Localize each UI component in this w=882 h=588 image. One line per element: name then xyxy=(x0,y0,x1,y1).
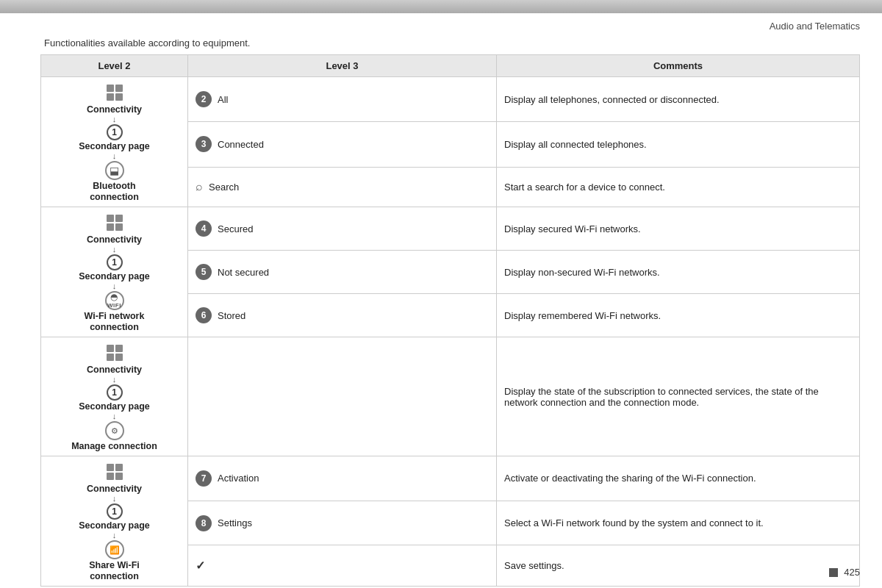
grid-cell xyxy=(115,223,123,231)
page: Audio and Telematics Functionalities ava… xyxy=(0,0,882,588)
connectivity-grid-icon4 xyxy=(104,461,126,483)
level3-settings: 8 Settings xyxy=(188,501,497,545)
comment-connected: Display all connected telephones. xyxy=(497,122,860,167)
secondary-page-label3: Secondary page xyxy=(79,401,150,412)
manage-connection-icon: ⚙ xyxy=(105,421,124,440)
grid-cell xyxy=(107,345,114,352)
grid-cell xyxy=(107,473,114,480)
grid-cell xyxy=(115,473,123,480)
badge-8: 8 xyxy=(196,515,212,531)
level2-content-wifi: Connectivity ↓ 1 Secondary page ↓ ◓ WIFI… xyxy=(49,212,180,332)
level3-row: 2 All xyxy=(196,91,489,107)
level-badge-1b: 1 xyxy=(107,254,123,270)
wifi-icon: ◓ WIFI xyxy=(105,291,124,310)
share-connection-label: connection xyxy=(90,571,139,581)
level-badge-1: 1 xyxy=(107,124,123,140)
level-badge-1d: 1 xyxy=(107,503,123,520)
manage-connection-label: Manage connection xyxy=(71,441,157,451)
level3-manage-empty xyxy=(188,337,497,456)
badge-3: 3 xyxy=(196,136,212,152)
level2-content-share: Connectivity ↓ 1 Secondary page ↓ 📶 Shar… xyxy=(49,461,180,581)
grid-cell xyxy=(107,464,114,471)
badge-5: 5 xyxy=(196,264,212,280)
grid-icon4 xyxy=(107,464,123,480)
page-footer: 425 xyxy=(829,567,860,578)
share-wifi-icon: 📶 xyxy=(105,540,124,559)
arrow-down: ↓ xyxy=(112,282,117,290)
bluetooth-connection-label2: connection xyxy=(90,192,139,202)
connectivity-grid-icon xyxy=(104,82,126,104)
level3-secured: 4 Secured xyxy=(188,207,497,251)
connectivity-label4: Connectivity xyxy=(87,484,142,494)
level3-all-text: All xyxy=(218,94,228,105)
grid-cell xyxy=(115,345,123,352)
connectivity-grid-icon2 xyxy=(104,212,126,234)
level3-connected: 3 Connected xyxy=(188,122,497,167)
comment-search: Start a search for a device to connect. xyxy=(497,167,860,207)
grid-cell xyxy=(115,464,123,471)
arrow-down: ↓ xyxy=(112,115,117,123)
page-number: 425 xyxy=(844,567,860,578)
bluetooth-icon: ⬓ xyxy=(105,161,124,180)
wifi-label: WIFI xyxy=(107,303,121,309)
intro-text: Functionalities available according to e… xyxy=(0,35,882,54)
grid-cell xyxy=(115,215,123,222)
table-row: Connectivity ↓ 1 Secondary page ↓ 📶 Shar… xyxy=(41,456,860,501)
grid-cell xyxy=(107,93,114,101)
col-header-level2: Level 2 xyxy=(41,55,188,77)
page-title: Audio and Telematics xyxy=(0,13,882,35)
grid-icon3 xyxy=(107,345,123,361)
level2-content-bluetooth: Connectivity ↓ 1 Secondary page ↓ ⬓ Blue… xyxy=(49,82,180,202)
search-icon: ⌕ xyxy=(196,180,203,193)
level3-search-text: Search xyxy=(209,182,239,193)
grid-cell xyxy=(107,223,114,231)
level3-stored: 6 Stored xyxy=(188,294,497,337)
grid-cell xyxy=(115,93,123,101)
badge-2: 2 xyxy=(196,91,212,107)
comment-secured: Display secured Wi-Fi networks. xyxy=(497,207,860,251)
table-row: Connectivity ↓ 1 Secondary page ↓ ⬓ Blue… xyxy=(41,77,860,122)
share-wifi-label: Share Wi-Fi xyxy=(89,560,140,570)
wifi-network-label: Wi-Fi network xyxy=(85,311,145,321)
wifi-waves: ◓ xyxy=(107,293,121,302)
level2-manage: Connectivity ↓ 1 Secondary page ↓ ⚙ Mana… xyxy=(41,337,188,456)
table-row: Connectivity ↓ 1 Secondary page ↓ ⚙ Mana… xyxy=(41,337,860,456)
secondary-page-label2: Secondary page xyxy=(79,271,150,282)
bluetooth-connection-label: Bluetooth xyxy=(93,181,135,191)
level2-bluetooth: Connectivity ↓ 1 Secondary page ↓ ⬓ Blue… xyxy=(41,77,188,207)
level3-row: ✓ xyxy=(196,559,489,573)
level3-search: ⌕ Search xyxy=(188,167,497,207)
comment-manage: Display the state of the subscription to… xyxy=(497,337,860,456)
level3-activation: 7 Activation xyxy=(188,456,497,501)
level3-connected-text: Connected xyxy=(218,139,264,150)
arrow-down: ↓ xyxy=(112,495,117,503)
comment-save: Save settings. xyxy=(497,545,860,587)
checkmark-icon: ✓ xyxy=(196,559,205,573)
grid-icon2 xyxy=(107,215,123,231)
level3-secured-text: Secured xyxy=(218,223,253,234)
level3-row: 5 Not secured xyxy=(196,264,489,280)
level3-settings-text: Settings xyxy=(218,517,252,528)
level3-save: ✓ xyxy=(188,545,497,587)
level2-content-manage: Connectivity ↓ 1 Secondary page ↓ ⚙ Mana… xyxy=(49,342,180,451)
arrow-down: ↓ xyxy=(112,376,117,384)
secondary-page-label: Secondary page xyxy=(79,141,150,151)
comment-stored: Display remembered Wi-Fi networks. xyxy=(497,294,860,337)
connectivity-grid-icon3 xyxy=(104,342,126,364)
level3-activation-text: Activation xyxy=(218,473,259,484)
grid-cell xyxy=(107,85,114,92)
level2-share: Connectivity ↓ 1 Secondary page ↓ 📶 Shar… xyxy=(41,456,188,587)
level3-row: 3 Connected xyxy=(196,136,489,152)
comment-not-secured: Display non-secured Wi-Fi networks. xyxy=(497,251,860,294)
level-badge-1c: 1 xyxy=(107,384,123,401)
col-header-level3: Level 3 xyxy=(188,55,497,77)
header-bar xyxy=(0,0,882,13)
level3-not-secured-text: Not secured xyxy=(218,267,269,278)
level3-row: 8 Settings xyxy=(196,515,489,531)
badge-7: 7 xyxy=(196,470,212,487)
comment-activation: Activate or deactivating the sharing of … xyxy=(497,456,860,501)
table-row: Connectivity ↓ 1 Secondary page ↓ ◓ WIFI… xyxy=(41,207,860,251)
level3-stored-text: Stored xyxy=(218,310,245,321)
grid-cell xyxy=(107,215,114,222)
secondary-page-label4: Secondary page xyxy=(79,520,150,531)
